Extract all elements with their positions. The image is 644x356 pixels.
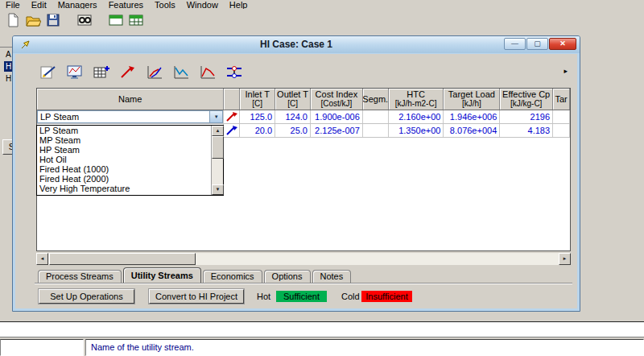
column-header-htc: HTC[kJ/h-m2-C]: [389, 89, 444, 110]
dropdown-option-fired-heat-2000[interactable]: Fired Heat (2000): [37, 174, 211, 184]
cell-htc[interactable]: 1.350e+00: [389, 124, 444, 137]
cold-label: Cold: [341, 292, 360, 301]
dropdown-scroll-thumb[interactable]: [212, 136, 224, 159]
bottom-field: [0, 321, 644, 337]
dropdown-option-mp-steam[interactable]: MP Steam: [37, 135, 211, 145]
hi-case-window: HI Case: Case 1 — ▢ ✕: [12, 35, 580, 312]
hot-label: Hot: [257, 292, 270, 301]
cell-effective-cp[interactable]: 2196: [500, 110, 553, 123]
cell-segm[interactable]: [363, 124, 389, 137]
column-header-cost-index: Cost Index[Cost/kJ]: [311, 89, 363, 110]
cell-effective-cp[interactable]: 4.183: [500, 124, 553, 137]
open-folder-icon[interactable]: [23, 11, 43, 30]
menu-window[interactable]: Window: [181, 0, 224, 9]
dropdown-scrollbar[interactable]: ▲ ▼: [211, 126, 223, 195]
toolbar-overflow-icon[interactable]: ▸: [564, 67, 568, 75]
cold-stream-icon: [224, 124, 240, 137]
exchanger-network-icon[interactable]: [224, 63, 245, 82]
table-header-row: Name Inlet T[C] Outlet T[C] Cost Index[C…: [37, 89, 570, 110]
column-header-target-clipped: Tar: [553, 89, 570, 110]
dropdown-option-lp-steam[interactable]: LP Steam: [37, 126, 211, 135]
title-bar[interactable]: HI Case: Case 1 — ▢ ✕: [13, 36, 580, 53]
convert-to-hi-project-button[interactable]: Convert to HI Project: [149, 289, 244, 304]
grand-composite-icon[interactable]: [171, 63, 192, 82]
combobox-dropdown-icon[interactable]: ▼: [209, 111, 222, 122]
driving-force-icon[interactable]: [197, 63, 218, 82]
cell-outlet-t[interactable]: 25.0: [275, 124, 311, 137]
stream-arrow-icon[interactable]: [118, 63, 138, 82]
menu-features[interactable]: Features: [103, 0, 149, 9]
cell-target-clipped[interactable]: [553, 110, 570, 123]
menu-managers[interactable]: Managers: [52, 0, 103, 9]
tab-utility-streams[interactable]: Utility Streams: [123, 267, 201, 283]
application-window: FileEditManagersFeaturesToolsWindowHelp …: [0, 0, 644, 356]
combobox-value[interactable]: LP Steam: [38, 111, 209, 122]
dropdown-option-very-high-temperature[interactable]: Very High Temperature: [37, 184, 211, 193]
composite-curves-icon[interactable]: [144, 63, 165, 82]
name-cell: LP Steam ▼: [37, 110, 224, 123]
tab-notes[interactable]: Notes: [312, 270, 352, 283]
close-button[interactable]: ✕: [549, 38, 576, 50]
menu-file[interactable]: File: [0, 0, 26, 9]
app-toolbar: [0, 10, 644, 31]
cell-outlet-t[interactable]: 124.0: [275, 110, 311, 123]
column-header-effective-cp: Effective Cp[kJ/kg-C]: [500, 89, 553, 110]
statusbar-left-pane: [0, 339, 84, 356]
column-header-name: Name: [37, 89, 224, 110]
scroll-up-icon[interactable]: ▲: [212, 126, 224, 136]
scroll-left-icon[interactable]: ◄: [36, 253, 48, 265]
pen-icon[interactable]: [38, 63, 59, 82]
statusbar-hint: Name of the utility stream.: [85, 339, 644, 356]
tab-divider: [35, 283, 572, 284]
cell-target-load[interactable]: 1.946e+006: [444, 110, 500, 123]
set-up-operations-button[interactable]: Set Up Operations: [39, 289, 134, 304]
column-header-marker: [224, 89, 240, 110]
hi-case-toolbar: [38, 62, 245, 83]
cell-cost-index[interactable]: 1.900e-006: [311, 110, 363, 123]
tab-process-streams[interactable]: Process Streams: [38, 270, 122, 283]
hot-stream-icon: [224, 110, 240, 123]
column-header-inlet-t: Inlet T[C]: [240, 89, 275, 110]
window-content: ▸ Name Inlet T[C] Outlet T[C] Cost Index…: [15, 54, 577, 308]
dropdown-option-hp-steam[interactable]: HP Steam: [37, 145, 211, 155]
menu-bar: FileEditManagersFeaturesToolsWindowHelp: [0, 0, 644, 9]
column-header-segm: Segm.: [363, 89, 389, 110]
menu-tools[interactable]: Tools: [149, 0, 181, 9]
cell-target-clipped[interactable]: [553, 124, 570, 137]
save-icon[interactable]: [43, 11, 63, 30]
cell-htc[interactable]: 2.160e+00: [389, 110, 444, 123]
cell-cost-index[interactable]: 2.125e-007: [311, 124, 363, 137]
tab-options[interactable]: Options: [264, 270, 311, 283]
dropdown-option-hot-oil[interactable]: Hot Oil: [37, 155, 211, 164]
tab-economics[interactable]: Economics: [203, 270, 262, 283]
utility-dropdown-list: LP Steam MP Steam HP Steam Hot Oil Fired…: [36, 125, 224, 196]
table-row-lp-steam: LP Steam ▼ 125.0 124.0 1.900e-006 2.160e…: [37, 110, 570, 124]
hscroll-thumb[interactable]: [49, 253, 196, 265]
green-window-icon[interactable]: [105, 11, 126, 30]
tab-strip: Process Streams Utility Streams Economic…: [38, 267, 353, 283]
new-document-icon[interactable]: [2, 11, 23, 30]
dropdown-option-fired-heat-1000[interactable]: Fired Heat (1000): [37, 164, 211, 174]
table-hscrollbar[interactable]: ◄ ►: [36, 253, 571, 265]
cell-target-load[interactable]: 8.076e+004: [444, 124, 500, 137]
cell-inlet-t[interactable]: 125.0: [240, 110, 275, 123]
cell-inlet-t[interactable]: 20.0: [240, 124, 275, 137]
menu-edit[interactable]: Edit: [26, 0, 52, 9]
menu-help[interactable]: Help: [224, 0, 254, 9]
utility-name-combobox[interactable]: LP Steam ▼: [37, 110, 223, 123]
hot-status-badge: Sufficient: [276, 291, 327, 302]
scroll-down-icon[interactable]: ▼: [212, 184, 224, 195]
cell-segm[interactable]: [363, 110, 389, 123]
window-title: HI Case: Case 1: [13, 39, 580, 50]
cold-status-badge: Insufficient: [361, 291, 412, 302]
green-grid-window-icon[interactable]: [126, 11, 146, 30]
minimize-button[interactable]: —: [504, 38, 526, 50]
table-add-icon[interactable]: [91, 63, 112, 82]
maximize-button[interactable]: ▢: [526, 38, 548, 50]
scroll-right-icon[interactable]: ►: [559, 253, 571, 265]
column-header-outlet-t: Outlet T[C]: [275, 89, 311, 110]
plot-monitor-icon[interactable]: [64, 63, 85, 82]
column-header-target-load: Target Load[kJ/h]: [444, 89, 500, 110]
workbook-icon[interactable]: [74, 11, 94, 30]
